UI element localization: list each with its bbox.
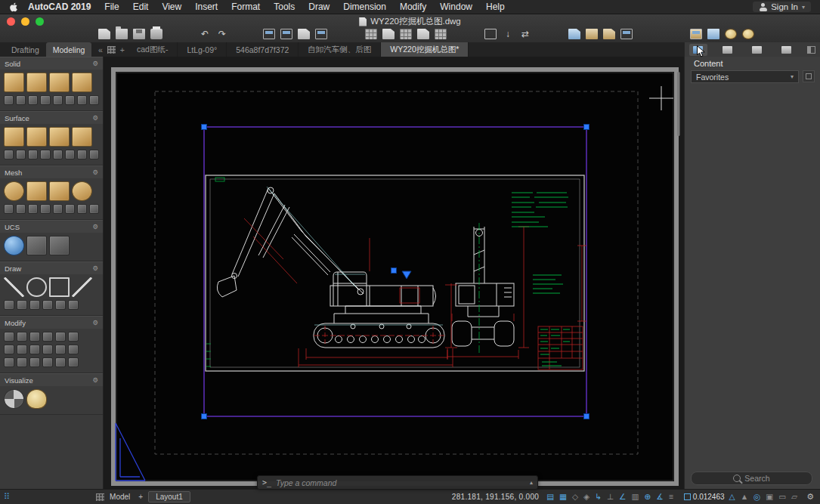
light-icon[interactable] [725,29,737,39]
palette-section-surface[interactable]: Surface⚙ [0,111,103,124]
lineweight-icon[interactable]: ≡ [669,493,673,501]
surface-fillet-icon[interactable] [28,150,38,159]
fillet-icon[interactable] [29,345,40,354]
mesh-split-icon[interactable] [53,204,63,214]
otrack-icon[interactable]: ∡ [656,493,663,501]
drawing-svg[interactable] [104,57,684,490]
add-crease-icon[interactable] [40,204,50,214]
menu-tools[interactable]: Tools [267,2,302,12]
view-box-icon[interactable] [484,29,497,39]
menu-view[interactable]: View [155,2,188,12]
mesh-sphere-icon[interactable] [4,181,24,201]
copy-icon[interactable] [55,357,66,367]
mesh-merge-icon[interactable] [77,204,87,214]
layout-tabs-menu-icon[interactable] [96,493,104,501]
gear-icon[interactable]: ⚙ [92,114,98,122]
donut-icon[interactable] [55,300,66,310]
palette-section-modify[interactable]: Modify⚙ [0,316,103,329]
gear-icon[interactable]: ⚙ [92,264,98,272]
intersect-icon[interactable] [28,95,38,105]
lights-icon[interactable] [26,389,47,409]
mesh-refine-icon[interactable] [28,204,38,214]
save-icon[interactable] [133,29,145,39]
coordinates-display[interactable]: 281.181, 191.156, 0.000 [444,493,546,501]
sign-in-button[interactable]: Sign In ▾ [753,2,811,12]
polysolid-icon[interactable] [49,73,70,92]
spline-icon[interactable] [68,300,79,310]
shell-icon[interactable] [77,95,87,105]
mesh-cone-icon[interactable] [49,181,70,201]
materials-icon[interactable] [4,389,24,409]
image-attach-icon[interactable] [586,29,598,39]
annotation-scale[interactable]: 0.012463 [684,493,725,501]
menu-modify[interactable]: Modify [393,2,433,12]
render-icon[interactable] [690,29,702,39]
cylinder-icon[interactable] [26,73,47,92]
snap-icon[interactable]: ◇ [572,493,578,501]
arc-icon[interactable] [4,300,14,310]
units-icon[interactable]: ▭ [778,493,786,501]
palette-section-draw[interactable]: Draw⚙ [0,261,103,274]
trim-icon[interactable] [4,345,14,354]
autoscale-icon[interactable]: ▲ [741,493,748,501]
menu-draw[interactable]: Draw [302,2,336,12]
move-icon[interactable] [4,332,14,342]
document-tab-5[interactable]: WY220挖掘机总图* [381,42,469,57]
print-icon[interactable] [150,29,162,39]
model-icon[interactable]: ▤ [546,493,554,501]
workspace-icon[interactable]: ◎ [753,493,760,501]
explode-icon[interactable] [68,345,79,354]
workspace-tab-drafting[interactable]: Drafting [5,42,46,57]
ortho-icon[interactable]: ⊥ [607,493,614,501]
world-icon[interactable] [4,236,24,255]
apple-menu-icon[interactable] [9,2,18,12]
extrude-icon[interactable] [72,73,92,92]
point-icon[interactable] [42,300,53,310]
surface-offset-icon[interactable] [16,150,26,159]
surface-loft-icon[interactable] [26,127,47,147]
grid-view-tab[interactable] [778,44,796,56]
document-tab-4[interactable]: 自卸汽车侧、后图 [299,42,381,57]
command-expand-icon[interactable]: ▴ [525,479,537,486]
document-tab-2[interactable]: LtLg-09° [178,42,227,57]
viewport-icon[interactable] [280,29,292,39]
hatch-icon[interactable] [29,300,40,310]
palette-section-solid[interactable]: Solid⚙ [0,57,103,70]
close-button[interactable] [7,17,15,26]
rotate-icon[interactable] [17,332,27,342]
reference-icon[interactable] [435,29,447,39]
surface-extend-icon[interactable] [65,150,75,159]
drawing-area[interactable]: >_ Type a command ▴ [104,57,684,490]
new-layout-button[interactable]: + [135,493,146,501]
stretch-icon[interactable] [4,357,14,367]
workspace-tab-modeling[interactable]: Modeling [46,42,92,57]
import-icon[interactable]: ↓ [502,29,514,39]
extend-icon[interactable] [17,345,27,354]
app-name[interactable]: AutoCAD 2019 [21,2,97,12]
polar-icon[interactable]: ∠ [619,493,626,501]
annotation-visibility-icon[interactable]: △ [729,493,735,501]
document-tab-3[interactable]: 546a8f7d7f372 [227,42,299,57]
page-setup-icon[interactable] [298,29,310,39]
redo-icon[interactable]: ↷ [216,29,228,39]
menu-edit[interactable]: Edit [126,2,156,12]
palette-section-mesh[interactable]: Mesh⚙ [0,165,103,178]
mesh-box-icon[interactable] [26,181,47,201]
gear-icon[interactable]: ⚙ [92,169,98,176]
gear-icon[interactable]: ⚙ [92,319,98,326]
offset-icon[interactable] [68,332,79,342]
ucs-3point-icon[interactable] [49,236,70,255]
dynamic-input-icon[interactable]: ↳ [595,493,602,501]
palette-section-visualize[interactable]: Visualize⚙ [0,373,103,386]
subtract-icon[interactable] [16,95,26,105]
surface-patch-icon[interactable] [72,127,92,147]
lengthen-icon[interactable] [68,357,79,367]
tabs-overflow-icon[interactable]: « [98,45,103,54]
blocks-icon[interactable] [417,29,429,39]
menu-dimension[interactable]: Dimension [336,2,393,12]
fillet-edge-icon[interactable] [53,95,63,105]
sun-icon[interactable] [742,29,754,39]
undo-icon[interactable]: ↶ [199,29,211,39]
zoom-button[interactable] [36,17,44,26]
join-icon[interactable] [29,357,40,367]
